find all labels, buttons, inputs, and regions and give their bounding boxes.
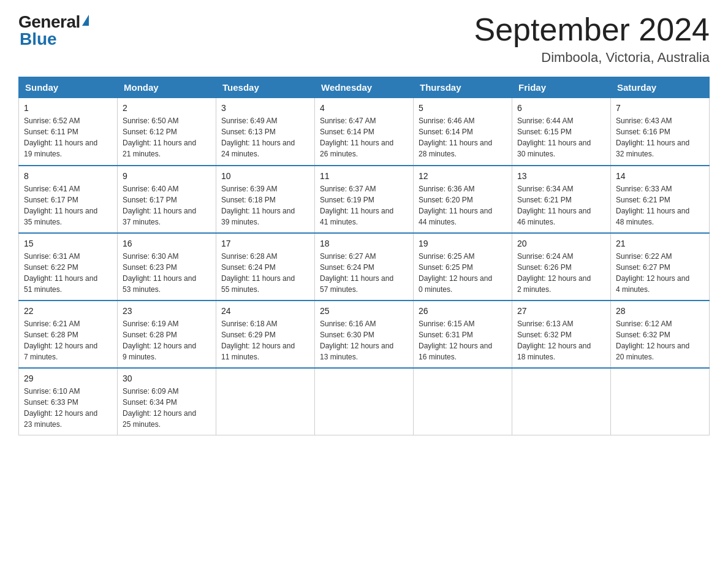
calendar-day-cell: 17Sunrise: 6:28 AMSunset: 6:24 PMDayligh… [216,233,315,301]
calendar-day-cell: 30Sunrise: 6:09 AMSunset: 6:34 PMDayligh… [118,368,216,435]
calendar-day-cell: 10Sunrise: 6:39 AMSunset: 6:18 PMDayligh… [216,166,315,233]
day-info: Sunrise: 6:30 AMSunset: 6:23 PMDaylight:… [123,251,211,295]
calendar-week-row: 1Sunrise: 6:52 AMSunset: 6:11 PMDaylight… [19,98,710,166]
day-info: Sunrise: 6:52 AMSunset: 6:11 PMDaylight:… [24,115,112,159]
daylight-text-cont: 23 minutes. [24,419,112,430]
calendar-header: September 2024 Dimboola, Victoria, Austr… [474,12,710,66]
day-number: 26 [419,305,507,317]
calendar-day-cell: 12Sunrise: 6:36 AMSunset: 6:20 PMDayligh… [414,166,512,233]
sunset-text: Sunset: 6:13 PM [221,126,309,137]
sunset-text: Sunset: 6:21 PM [616,194,704,205]
daylight-text: Daylight: 12 hours and [24,408,112,419]
sunrise-text: Sunrise: 6:09 AM [123,386,211,397]
day-info: Sunrise: 6:19 AMSunset: 6:28 PMDaylight:… [123,318,211,362]
sunset-text: Sunset: 6:15 PM [517,126,605,137]
day-number: 8 [24,170,112,182]
calendar-day-cell: 6Sunrise: 6:44 AMSunset: 6:15 PMDaylight… [512,98,611,166]
calendar-day-cell: 9Sunrise: 6:40 AMSunset: 6:17 PMDaylight… [118,166,216,233]
day-number: 24 [221,305,309,317]
daylight-text: Daylight: 11 hours and [24,273,112,284]
day-info: Sunrise: 6:18 AMSunset: 6:29 PMDaylight:… [221,318,309,362]
daylight-text-cont: 16 minutes. [419,351,507,362]
day-info: Sunrise: 6:49 AMSunset: 6:13 PMDaylight:… [221,115,309,159]
calendar-day-cell: 15Sunrise: 6:31 AMSunset: 6:22 PMDayligh… [19,233,118,301]
daylight-text: Daylight: 12 hours and [616,273,704,284]
sunrise-text: Sunrise: 6:13 AM [517,318,605,329]
calendar-day-cell: 13Sunrise: 6:34 AMSunset: 6:21 PMDayligh… [512,166,611,233]
day-number: 11 [320,170,408,182]
daylight-text-cont: 46 minutes. [517,216,605,228]
calendar-day-cell: 29Sunrise: 6:10 AMSunset: 6:33 PMDayligh… [19,368,118,435]
daylight-text-cont: 24 minutes. [221,148,309,159]
calendar-day-cell [315,368,414,435]
day-number: 28 [616,305,704,317]
sunrise-text: Sunrise: 6:33 AM [616,183,704,194]
sunset-text: Sunset: 6:21 PM [517,194,605,205]
calendar-column-header: Tuesday [216,77,315,98]
calendar-column-header: Sunday [19,77,118,98]
daylight-text-cont: 0 minutes. [419,284,507,295]
sunrise-text: Sunrise: 6:49 AM [221,115,309,126]
sunset-text: Sunset: 6:22 PM [24,262,112,273]
sunset-text: Sunset: 6:32 PM [616,329,704,340]
calendar-day-cell: 14Sunrise: 6:33 AMSunset: 6:21 PMDayligh… [611,166,710,233]
calendar-title: September 2024 [474,12,710,47]
day-info: Sunrise: 6:21 AMSunset: 6:28 PMDaylight:… [24,318,112,362]
daylight-text-cont: 20 minutes. [616,351,704,362]
daylight-text-cont: 32 minutes. [616,148,704,159]
daylight-text: Daylight: 11 hours and [517,205,605,216]
sunrise-text: Sunrise: 6:16 AM [320,318,408,329]
daylight-text: Daylight: 12 hours and [24,340,112,351]
day-info: Sunrise: 6:31 AMSunset: 6:22 PMDaylight:… [24,251,112,295]
day-number: 2 [123,102,211,114]
day-info: Sunrise: 6:22 AMSunset: 6:27 PMDaylight:… [616,251,704,295]
day-info: Sunrise: 6:33 AMSunset: 6:21 PMDaylight:… [616,183,704,228]
logo-blue-text: Blue [18,31,57,48]
calendar-week-row: 15Sunrise: 6:31 AMSunset: 6:22 PMDayligh… [19,233,710,301]
top-section: General Blue September 2024 Dimboola, Vi… [18,12,710,66]
day-info: Sunrise: 6:47 AMSunset: 6:14 PMDaylight:… [320,115,408,159]
sunset-text: Sunset: 6:27 PM [616,262,704,273]
sunset-text: Sunset: 6:14 PM [419,126,507,137]
day-number: 14 [616,170,704,182]
daylight-text-cont: 35 minutes. [24,216,112,228]
sunrise-text: Sunrise: 6:19 AM [123,318,211,329]
daylight-text-cont: 25 minutes. [123,419,211,430]
calendar-day-cell: 26Sunrise: 6:15 AMSunset: 6:31 PMDayligh… [414,301,512,368]
daylight-text-cont: 2 minutes. [517,284,605,295]
calendar-day-cell: 4Sunrise: 6:47 AMSunset: 6:14 PMDaylight… [315,98,414,166]
calendar-column-header: Thursday [414,77,512,98]
day-number: 12 [419,170,507,182]
sunrise-text: Sunrise: 6:40 AM [123,183,211,194]
day-number: 27 [517,305,605,317]
calendar-day-cell: 19Sunrise: 6:25 AMSunset: 6:25 PMDayligh… [414,233,512,301]
sunset-text: Sunset: 6:25 PM [419,262,507,273]
sunrise-text: Sunrise: 6:37 AM [320,183,408,194]
sunrise-text: Sunrise: 6:28 AM [221,251,309,262]
daylight-text: Daylight: 11 hours and [419,137,507,148]
day-number: 15 [24,237,112,250]
day-info: Sunrise: 6:10 AMSunset: 6:33 PMDaylight:… [24,386,112,430]
day-number: 23 [123,305,211,317]
calendar-day-cell: 25Sunrise: 6:16 AMSunset: 6:30 PMDayligh… [315,301,414,368]
day-number: 4 [320,102,408,114]
day-number: 10 [221,170,309,182]
day-info: Sunrise: 6:09 AMSunset: 6:34 PMDaylight:… [123,386,211,430]
sunrise-text: Sunrise: 6:36 AM [419,183,507,194]
sunrise-text: Sunrise: 6:43 AM [616,115,704,126]
logo: General Blue [18,12,89,48]
daylight-text: Daylight: 11 hours and [123,137,211,148]
daylight-text-cont: 41 minutes. [320,216,408,228]
daylight-text-cont: 53 minutes. [123,284,211,295]
sunrise-text: Sunrise: 6:50 AM [123,115,211,126]
sunrise-text: Sunrise: 6:34 AM [517,183,605,194]
daylight-text-cont: 28 minutes. [419,148,507,159]
sunset-text: Sunset: 6:34 PM [123,397,211,408]
daylight-text-cont: 4 minutes. [616,284,704,295]
day-number: 30 [123,372,211,385]
sunrise-text: Sunrise: 6:21 AM [24,318,112,329]
day-number: 18 [320,237,408,250]
sunrise-text: Sunrise: 6:10 AM [24,386,112,397]
daylight-text: Daylight: 11 hours and [221,137,309,148]
daylight-text: Daylight: 11 hours and [320,137,408,148]
